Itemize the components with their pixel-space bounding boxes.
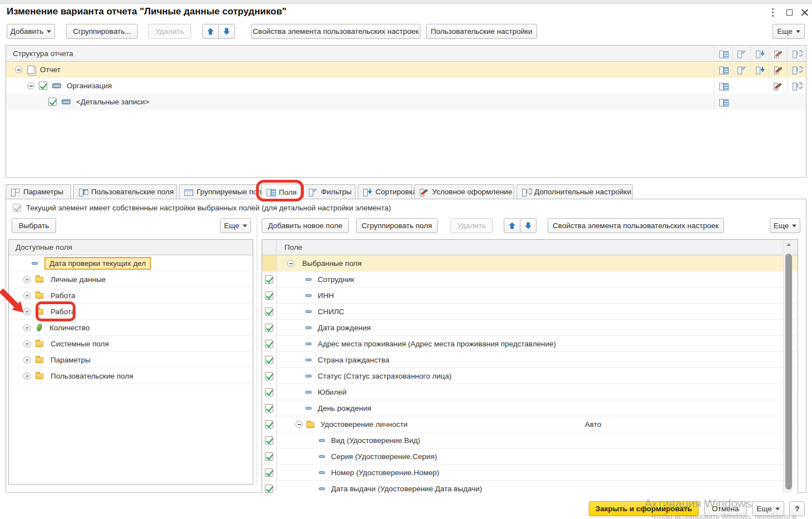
list-item-check-date[interactable]: Дата проверки текущих дел xyxy=(9,255,253,271)
list-item-work-2[interactable]: Работа xyxy=(9,304,253,320)
more-button-selected[interactable]: Еще xyxy=(770,218,800,233)
expand-icon[interactable] xyxy=(23,340,31,347)
collapse-icon[interactable] xyxy=(287,260,294,267)
structure-row-detail-records[interactable]: <Детальные записи> xyxy=(6,94,806,110)
list-item-user-fields[interactable]: Пользовательские поля xyxy=(9,368,253,384)
help-button[interactable]: ? xyxy=(789,501,805,516)
table-row[interactable]: Вид (Удостоверение.Вид) xyxy=(262,432,798,449)
vertical-scrollbar[interactable] xyxy=(783,240,793,493)
element-properties-button-fields[interactable]: Свойства элемента пользовательских настр… xyxy=(548,218,724,233)
tab-user-fields[interactable]: Пользовательские поля xyxy=(73,184,177,199)
structure-row-report[interactable]: Отчет xyxy=(6,62,806,78)
field-move-up-button[interactable] xyxy=(504,218,520,233)
tab-fields[interactable]: Поля xyxy=(261,184,301,200)
delete-field-button[interactable]: Удалить xyxy=(450,218,493,233)
table-row[interactable]: День рождения xyxy=(262,400,798,416)
checked-checkbox[interactable] xyxy=(265,356,273,364)
conditional-format-icon[interactable] xyxy=(769,78,787,94)
group-button[interactable]: Сгруппировать... xyxy=(66,24,138,39)
add-new-field-button[interactable]: Добавить новое поле xyxy=(262,218,349,233)
checked-checkbox[interactable] xyxy=(265,436,273,445)
field-move-down-button[interactable] xyxy=(520,218,537,233)
delete-button[interactable]: Удалить xyxy=(148,24,191,39)
filter-icon[interactable] xyxy=(732,62,750,78)
expand-icon[interactable] xyxy=(23,292,31,299)
tab-parameters[interactable]: Параметры xyxy=(6,184,71,199)
checked-checkbox[interactable] xyxy=(265,388,273,396)
table-row-identity-document[interactable]: Удостоверение личности Авто xyxy=(262,416,798,432)
user-settings-button[interactable]: Пользовательские настройки xyxy=(426,24,537,39)
scroll-up-icon[interactable] xyxy=(784,240,793,249)
move-up-button[interactable] xyxy=(202,24,219,39)
table-row[interactable]: Адрес места проживания (Адрес места прож… xyxy=(262,336,798,352)
sort-icon[interactable] xyxy=(750,62,769,78)
panel-splitter[interactable] xyxy=(257,216,257,485)
own-settings-checkbox[interactable] xyxy=(13,204,21,212)
checked-checkbox[interactable] xyxy=(265,468,273,477)
expand-icon[interactable] xyxy=(23,308,31,315)
tab-grouped-fields[interactable]: Группируемые поля xyxy=(179,184,259,199)
more-button-footer[interactable]: Еще xyxy=(752,501,784,516)
checked-checkbox[interactable] xyxy=(265,452,273,461)
move-down-button[interactable] xyxy=(218,24,235,39)
tab-sorting[interactable]: Сортировка xyxy=(358,184,412,199)
collapse-icon[interactable] xyxy=(15,66,22,73)
table-row[interactable]: Сотрудник xyxy=(262,271,798,288)
list-item-parameters[interactable]: Параметры xyxy=(9,352,253,368)
checked-checkbox[interactable] xyxy=(48,98,57,106)
table-row[interactable]: Дата выдачи (Удостоверение.Дата выдачи) xyxy=(262,481,798,493)
checked-checkbox[interactable] xyxy=(265,420,273,429)
table-row-selected-fields-root[interactable]: Выбранные поля xyxy=(262,255,798,271)
checked-checkbox[interactable] xyxy=(265,308,273,316)
grid-icon xyxy=(184,188,193,196)
list-item-work-1[interactable]: Работа xyxy=(9,288,253,304)
more-button-top[interactable]: Еще xyxy=(773,24,805,39)
expand-icon[interactable] xyxy=(23,324,31,331)
checked-checkbox[interactable] xyxy=(265,485,273,493)
maximize-button[interactable] xyxy=(782,6,796,19)
expand-icon[interactable] xyxy=(23,356,31,364)
group-fields-button[interactable]: Сгруппировать поля xyxy=(356,218,438,233)
expand-icon[interactable] xyxy=(23,276,31,283)
tab-conditional-formatting[interactable]: Условное оформление xyxy=(414,184,514,199)
collapse-icon[interactable] xyxy=(27,82,34,89)
fields-icon[interactable] xyxy=(714,78,732,94)
expand-icon[interactable] xyxy=(23,372,31,380)
structure-row-organization[interactable]: Организация xyxy=(6,78,806,94)
table-row[interactable]: Серия (Удостоверение.Серия) xyxy=(262,449,798,465)
collapse-icon[interactable] xyxy=(295,421,303,428)
cancel-button[interactable]: Отмена xyxy=(704,501,746,516)
table-row[interactable]: Статус (Статус застрахованного лица) xyxy=(262,368,798,384)
scrollbar-thumb[interactable] xyxy=(785,254,792,490)
checked-checkbox[interactable] xyxy=(265,404,273,412)
table-row[interactable]: Номер (Удостоверение.Номер) xyxy=(262,465,798,481)
list-item-quantity[interactable]: Количество xyxy=(9,320,253,336)
table-row[interactable]: ИНН xyxy=(262,288,798,304)
table-row[interactable]: СНИЛС xyxy=(262,304,798,320)
list-item-system-fields[interactable]: Системные поля xyxy=(9,336,253,352)
window-menu-button[interactable] xyxy=(765,6,780,19)
checked-checkbox[interactable] xyxy=(39,82,47,90)
checked-checkbox[interactable] xyxy=(265,275,273,284)
close-button[interactable] xyxy=(798,6,812,19)
checked-checkbox[interactable] xyxy=(265,324,273,332)
select-field-button[interactable]: Выбрать xyxy=(12,218,56,233)
checked-checkbox[interactable] xyxy=(265,372,273,380)
checked-checkbox[interactable] xyxy=(265,291,273,300)
fields-icon[interactable] xyxy=(714,62,732,78)
fields-icon[interactable] xyxy=(714,94,732,110)
checked-checkbox[interactable] xyxy=(265,340,273,348)
settings-icon[interactable] xyxy=(787,78,805,94)
settings-icon[interactable] xyxy=(787,62,805,78)
table-row[interactable]: Юбилей xyxy=(262,384,798,400)
more-button-available[interactable]: Еще xyxy=(220,218,251,233)
add-button[interactable]: Добавить xyxy=(7,24,55,39)
element-properties-button[interactable]: Свойства элемента пользовательских настр… xyxy=(251,24,420,39)
list-item-personal-data[interactable]: Личные данные xyxy=(9,271,253,288)
tab-additional-settings[interactable]: Дополнительные настройки xyxy=(517,184,633,199)
tab-filters[interactable]: Фильтры xyxy=(303,184,355,199)
table-row[interactable]: Дата рождения xyxy=(262,320,798,336)
close-and-generate-button[interactable]: Закрыть и сформировать xyxy=(589,501,699,516)
conditional-format-icon[interactable] xyxy=(769,62,787,78)
table-row[interactable]: Страна гражданства xyxy=(262,352,798,368)
